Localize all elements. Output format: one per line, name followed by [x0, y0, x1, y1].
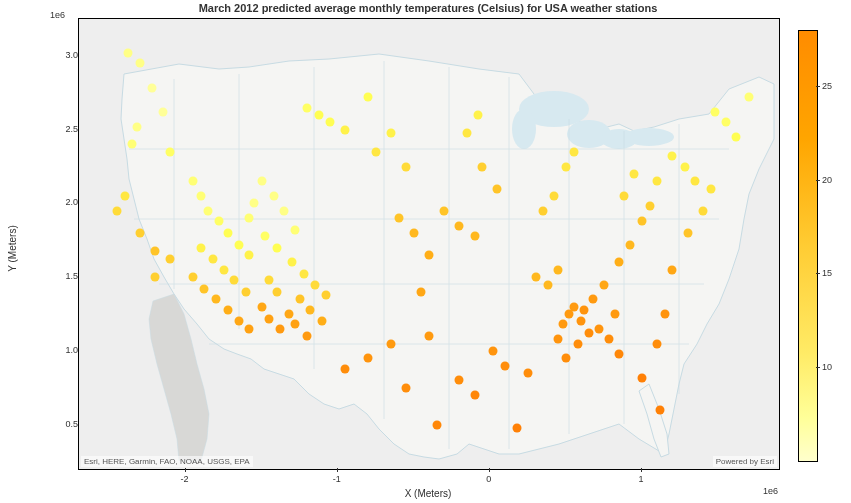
- station-point: [189, 273, 198, 282]
- station-point: [341, 125, 350, 134]
- station-point: [417, 287, 426, 296]
- station-point: [196, 192, 205, 201]
- station-point: [604, 335, 613, 344]
- y-axis: 0.51.01.52.02.53.0: [20, 18, 78, 468]
- colorbar-tick-label: 20: [822, 175, 832, 185]
- station-point: [554, 335, 563, 344]
- x-tick-label: -2: [181, 474, 189, 484]
- colorbar-tick-label: 25: [822, 81, 832, 91]
- station-point: [310, 280, 319, 289]
- station-point: [615, 349, 624, 358]
- station-point: [668, 265, 677, 274]
- station-point: [706, 184, 715, 193]
- station-point: [473, 110, 482, 119]
- station-point: [744, 93, 753, 102]
- station-point: [638, 373, 647, 382]
- station-point: [394, 214, 403, 223]
- colorbar-tick-label: 15: [822, 268, 832, 278]
- station-point: [531, 273, 540, 282]
- station-point: [478, 162, 487, 171]
- station-point: [680, 162, 689, 171]
- station-point: [265, 276, 274, 285]
- station-point: [272, 287, 281, 296]
- station-point: [166, 255, 175, 264]
- station-point: [113, 206, 122, 215]
- station-point: [470, 231, 479, 240]
- station-point: [135, 228, 144, 237]
- station-point: [409, 228, 418, 237]
- station-point: [196, 243, 205, 252]
- station-point: [303, 103, 312, 112]
- station-point: [683, 228, 692, 237]
- station-point: [148, 84, 157, 93]
- station-point: [569, 147, 578, 156]
- station-point: [295, 295, 304, 304]
- station-point: [215, 217, 224, 226]
- station-point: [493, 184, 502, 193]
- station-point: [488, 346, 497, 355]
- y-tick-label: 1.5: [20, 271, 78, 281]
- station-point: [230, 276, 239, 285]
- station-point: [219, 265, 228, 274]
- station-point: [425, 332, 434, 341]
- station-point: [653, 339, 662, 348]
- station-point: [300, 270, 309, 279]
- station-point: [120, 192, 129, 201]
- station-point: [291, 320, 300, 329]
- station-point: [265, 314, 274, 323]
- station-point: [625, 240, 634, 249]
- station-point: [402, 383, 411, 392]
- svg-point-4: [624, 128, 674, 146]
- station-point: [711, 107, 720, 116]
- x-tick-label: -1: [333, 474, 341, 484]
- station-point: [291, 225, 300, 234]
- chart-title: March 2012 predicted average monthly tem…: [78, 2, 778, 14]
- station-point: [285, 310, 294, 319]
- x-axis-label: X (Meters): [405, 488, 452, 499]
- station-point: [425, 251, 434, 260]
- station-point: [432, 420, 441, 429]
- station-point: [630, 169, 639, 178]
- station-point: [558, 320, 567, 329]
- station-point: [269, 192, 278, 201]
- station-point: [208, 255, 217, 264]
- station-point: [543, 280, 552, 289]
- y-axis-label: Y (Meters): [7, 225, 18, 272]
- station-point: [580, 305, 589, 314]
- station-point: [402, 162, 411, 171]
- station-point: [574, 339, 583, 348]
- station-point: [638, 217, 647, 226]
- station-point: [584, 329, 593, 338]
- x-axis: X (Meters) 1e6 -2-101: [78, 468, 778, 498]
- station-point: [364, 354, 373, 363]
- station-point: [653, 177, 662, 186]
- station-point: [257, 177, 266, 186]
- station-point: [470, 391, 479, 400]
- station-point: [272, 243, 281, 252]
- station-point: [732, 133, 741, 142]
- station-point: [132, 122, 141, 131]
- station-point: [189, 177, 198, 186]
- station-point: [260, 231, 269, 240]
- station-point: [245, 214, 254, 223]
- station-point: [224, 305, 233, 314]
- station-point: [135, 59, 144, 68]
- basemap: [79, 19, 779, 469]
- station-point: [151, 246, 160, 255]
- station-point: [721, 118, 730, 127]
- station-point: [501, 361, 510, 370]
- plot-area: Esri, HERE, Garmin, FAO, NOAA, USGS, EPA…: [78, 18, 780, 470]
- station-point: [234, 240, 243, 249]
- y-tick-label: 1.0: [20, 345, 78, 355]
- station-point: [589, 295, 598, 304]
- station-point: [513, 423, 522, 432]
- station-point: [204, 206, 213, 215]
- station-point: [455, 221, 464, 230]
- station-point: [211, 295, 220, 304]
- colorbar-gradient: [798, 30, 818, 462]
- station-point: [318, 317, 327, 326]
- y-tick-label: 2.5: [20, 124, 78, 134]
- station-point: [463, 128, 472, 137]
- station-point: [303, 332, 312, 341]
- station-point: [128, 140, 137, 149]
